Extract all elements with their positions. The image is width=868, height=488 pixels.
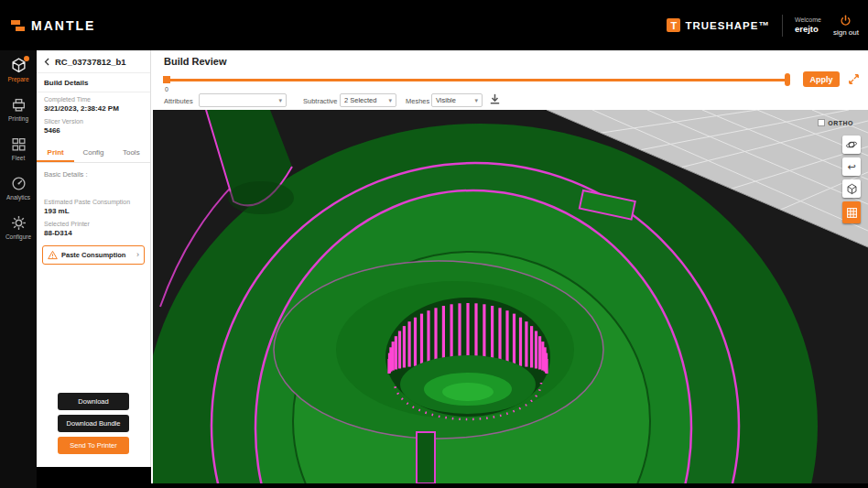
expand-icon (847, 72, 861, 86)
viewport-canvas[interactable]: ORTHO ↩ (153, 110, 868, 483)
welcome-label: Welcome (795, 16, 821, 23)
brand-name: MANTLE (31, 18, 95, 33)
chevron-down-icon: ▾ (278, 97, 282, 104)
ortho-toggle: ORTHO (818, 119, 853, 126)
chevron-left-icon (42, 57, 52, 67)
completed-time-field: Completed Time 3/21/2023, 2:38:42 PM (37, 92, 150, 114)
sidebar-item-prepare[interactable]: Prepare (0, 58, 37, 82)
tab-print[interactable]: Print (37, 144, 74, 162)
power-icon (840, 15, 852, 27)
build-title: RC_03737812_b1 (55, 57, 126, 67)
ortho-label: ORTHO (828, 120, 853, 126)
notification-badge (24, 56, 29, 61)
apply-button[interactable]: Apply (803, 71, 840, 87)
download-view-button[interactable] (488, 92, 502, 110)
section-title: Build Details (37, 73, 150, 92)
viewport-toolbar: ↩ (842, 136, 861, 223)
panel-tabs: Print Config Tools (37, 144, 150, 163)
selected-printer-field: Selected Printer 88-D314 (37, 217, 150, 239)
sign-out-button[interactable]: sign out (833, 15, 859, 37)
printer-icon (11, 97, 27, 113)
fleet-icon (11, 136, 27, 152)
layer-slider-track[interactable] (164, 79, 790, 81)
grid-toggle-button[interactable] (842, 201, 861, 223)
slicer-version-field: Slicer Version 5466 (37, 114, 150, 136)
sidebar-item-printing[interactable]: Printing (0, 97, 37, 122)
download-icon (488, 92, 502, 106)
nav-rail: Prepare Printing Fleet (0, 50, 37, 488)
basic-details-label: Basic Details : (37, 163, 150, 180)
gauge-icon (11, 176, 27, 191)
tab-tools[interactable]: Tools (113, 144, 150, 162)
fit-view-button[interactable] (842, 179, 861, 198)
sidebar-item-configure[interactable]: Configure (0, 215, 37, 240)
attributes-dropdown[interactable]: ▾ (199, 93, 287, 107)
meshes-dropdown[interactable]: Visible ▾ (431, 93, 483, 107)
sidebar-item-fleet[interactable]: Fleet (0, 136, 37, 161)
trueshape-brand: T TRUESHAPE™ (667, 18, 769, 32)
tab-config[interactable]: Config (74, 144, 112, 162)
download-button[interactable]: Download (58, 393, 129, 410)
warning-icon (48, 250, 58, 260)
page-title: Build Review (164, 56, 226, 67)
chevron-right-icon: › (136, 251, 139, 259)
undo-icon: ↩ (847, 161, 855, 173)
layer-slider-start-marker[interactable] (163, 76, 170, 83)
chevron-down-icon: ▾ (388, 97, 392, 104)
sidebar-item-analytics[interactable]: Analytics (0, 176, 37, 201)
slider-value: 0 (165, 86, 168, 92)
cube-view-icon (846, 183, 858, 195)
layer-slider-handle[interactable] (785, 73, 790, 86)
user-info: Welcome erejto (795, 16, 821, 34)
topbar-divider (782, 15, 783, 37)
top-bar: MANTLE T TRUESHAPE™ Welcome erejto sign … (0, 0, 868, 50)
ortho-checkbox[interactable] (818, 119, 825, 126)
orbit-view-button[interactable] (842, 136, 861, 154)
back-button[interactable] (42, 57, 52, 67)
reset-view-button[interactable]: ↩ (842, 157, 861, 176)
paste-consumption-field: Estimated Paste Consumption 193 mL (37, 195, 150, 217)
gear-icon (11, 215, 27, 231)
grid-icon (846, 207, 858, 219)
attributes-label: Attributes (164, 97, 193, 105)
subtractive-dropdown[interactable]: 2 Selected ▾ (340, 93, 396, 107)
paste-consumption-warning[interactable]: Paste Consumption › (42, 245, 145, 265)
fullscreen-button[interactable] (847, 72, 861, 90)
trueshape-logo: T (667, 18, 680, 32)
build-details-panel: RC_03737812_b1 Build Details Completed T… (37, 50, 151, 467)
mantle-brand: MANTLE (11, 18, 95, 33)
build-review-area: Build Review 0 Apply Attributes ▾ Subtra… (151, 50, 868, 483)
chevron-down-icon: ▾ (474, 97, 478, 104)
cube-icon (11, 58, 27, 73)
username: erejto (795, 24, 821, 34)
send-to-printer-button[interactable]: Send To Printer (58, 437, 129, 454)
download-bundle-button[interactable]: Download Bundle (58, 415, 129, 432)
subtractive-label: Subtractive (303, 97, 338, 105)
sign-out-label: sign out (833, 28, 859, 37)
orbit-icon (845, 138, 858, 151)
product-name: TRUESHAPE™ (685, 20, 769, 31)
meshes-label: Meshes (406, 97, 429, 105)
3d-scene (153, 110, 868, 483)
mantle-logo (11, 18, 26, 33)
